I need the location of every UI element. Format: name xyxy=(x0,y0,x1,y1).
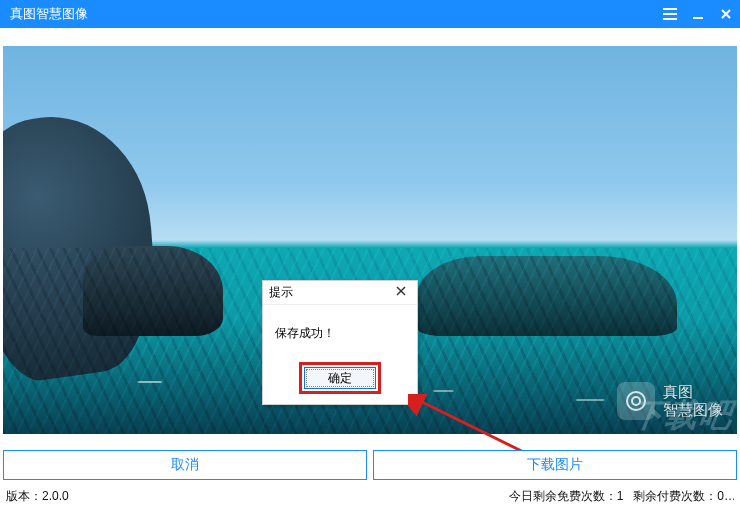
dialog-close-icon[interactable] xyxy=(391,285,411,300)
status-bar: 版本： 2.0.0 今日剩余免费次数： 1 剩余付费次数： 0 … xyxy=(6,486,734,506)
truncated-text: … xyxy=(724,489,734,503)
close-icon[interactable] xyxy=(712,0,740,28)
cancel-button[interactable]: 取消 xyxy=(3,450,367,480)
titlebar: 真图智慧图像 xyxy=(0,0,740,28)
corner-watermark: 下载吧 xyxy=(628,394,736,434)
action-bar: 取消 下载图片 xyxy=(3,450,737,480)
ok-highlight: 确定 xyxy=(299,362,381,394)
version-label: 版本： xyxy=(6,488,42,505)
message-dialog: 提示 保存成功！ 确定 xyxy=(262,280,418,405)
dialog-title: 提示 xyxy=(269,284,293,301)
free-count-label: 今日剩余免费次数： xyxy=(509,488,617,505)
dialog-message: 保存成功！ xyxy=(275,326,335,340)
version-value: 2.0.0 xyxy=(42,489,69,503)
paid-count-value: 0 xyxy=(717,489,724,503)
paid-count-label: 剩余付费次数： xyxy=(633,488,717,505)
ok-button[interactable]: 确定 xyxy=(304,367,376,389)
download-button[interactable]: 下载图片 xyxy=(373,450,737,480)
image-canvas: 真图 智慧图像 下载吧 提示 保存成功！ 确定 xyxy=(0,28,740,448)
free-count-value: 1 xyxy=(617,489,624,503)
app-title: 真图智慧图像 xyxy=(10,5,88,23)
minimize-icon[interactable] xyxy=(684,0,712,28)
menu-icon[interactable] xyxy=(656,0,684,28)
